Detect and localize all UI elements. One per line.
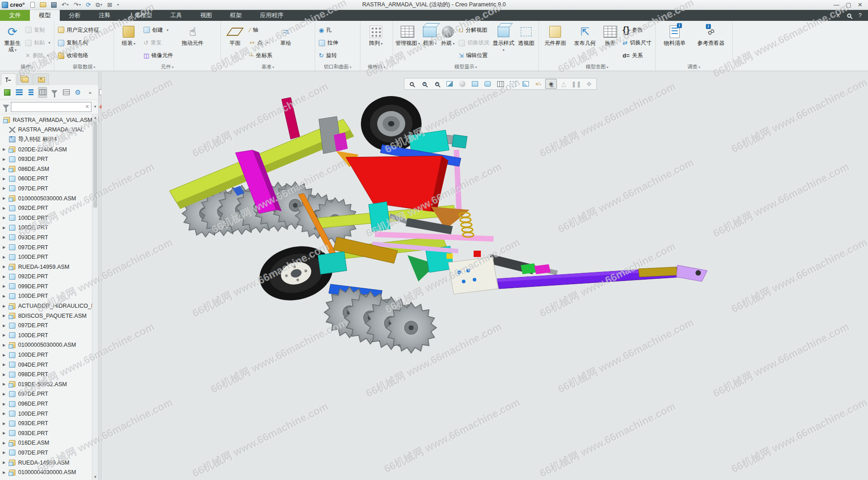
expand-arrow-icon[interactable]: ▶ <box>3 353 9 357</box>
publish-geometry-button[interactable]: ⇱ 发布几何 <box>571 22 599 63</box>
tree-scrollbar[interactable]: ▲ ▼ <box>92 114 98 480</box>
parameters-button[interactable]: {}参数 <box>621 25 653 35</box>
group-label-components[interactable]: 元件 <box>114 63 221 71</box>
expand-arrow-icon[interactable]: ▶ <box>3 441 9 445</box>
tree-item[interactable]: ▶086DE.ASM <box>0 164 98 174</box>
graphics-area[interactable]: + − ×⁄₊ ◉̲ △ ❚❚ ✥ <box>101 72 868 480</box>
shading-button[interactable] <box>456 79 468 89</box>
group-label-modifiers[interactable]: 修饰符 <box>360 63 393 71</box>
tab-tools[interactable]: 工具 <box>161 10 191 21</box>
expand-arrow-icon[interactable]: ▶ <box>3 294 9 298</box>
zoom-out-button[interactable]: − <box>431 79 443 89</box>
close-button[interactable]: ✕ <box>858 2 863 8</box>
tree-more-button[interactable]: » <box>85 87 94 98</box>
section-button[interactable]: 截面 <box>422 22 438 63</box>
family-table-button[interactable]: 族表 <box>600 22 620 63</box>
pattern-button[interactable]: 阵列 <box>363 22 389 63</box>
expand-arrow-icon[interactable]: ▶ <box>3 216 9 220</box>
refit-button[interactable] <box>406 79 417 89</box>
tree-item[interactable]: ▶100DE.PRT <box>0 223 98 233</box>
hole-button[interactable]: ◉孔 <box>317 25 340 35</box>
tree-item[interactable]: ▶097DE.PRT <box>0 184 98 194</box>
expand-arrow-icon[interactable]: ▶ <box>3 147 9 151</box>
expand-levels-button[interactable] <box>14 87 24 98</box>
open-file-button[interactable] <box>39 1 47 9</box>
expand-arrow-icon[interactable]: ▶ <box>3 167 9 171</box>
tab-annotate[interactable]: 注释 <box>90 10 120 21</box>
mirror-component-button[interactable]: ◫镜像元件 <box>142 51 174 61</box>
relations-button[interactable]: d=关系 <box>621 51 653 61</box>
tree-search-input[interactable] <box>13 103 85 111</box>
expand-arrow-icon[interactable]: ▶ <box>3 226 9 230</box>
spin-center-button[interactable]: △ <box>558 79 570 89</box>
tree-filter-button[interactable] <box>50 87 59 98</box>
display-style-button[interactable]: 显示样式 <box>492 22 515 63</box>
plane-button[interactable]: 平面 <box>223 22 247 63</box>
maximize-button[interactable]: ▢ <box>846 2 851 8</box>
tree-item[interactable]: ▶092DE.PRT <box>0 272 98 282</box>
perspective-toggle-button[interactable] <box>507 79 519 89</box>
tree-item[interactable]: ▶019DE-50952.ASM <box>0 379 98 389</box>
expand-arrow-icon[interactable]: ▶ <box>3 177 9 181</box>
expand-arrow-icon[interactable]: ▶ <box>3 363 9 367</box>
pause-button[interactable]: ❚❚ <box>571 79 582 89</box>
expand-arrow-icon[interactable]: ▶ <box>3 333 9 337</box>
close-window-button[interactable]: ⊠ <box>106 1 113 9</box>
switch-state-button[interactable]: 切换状况 <box>457 38 490 48</box>
tree-item[interactable]: ▶100DE.PRT <box>0 409 98 419</box>
expand-arrow-icon[interactable]: ▶ <box>3 314 9 318</box>
view-manager-button[interactable] <box>494 79 506 89</box>
windows-dropdown-icon[interactable]: ▾ <box>101 3 102 7</box>
expand-arrow-icon[interactable]: ▶ <box>3 157 9 161</box>
udf-button[interactable]: 用户定义特征 <box>57 25 101 35</box>
explode-view-button[interactable]: ⊔分解视图 <box>457 25 490 35</box>
tree-item[interactable]: RASTRA_ARMADA_VIAL.ASM <box>0 115 98 125</box>
sketch-button[interactable]: ≈ 草绘 <box>275 22 297 63</box>
tree-item[interactable]: ▶01000005030000.ASM <box>0 340 98 350</box>
expand-arrow-icon[interactable]: ▶ <box>3 235 9 239</box>
expand-arrow-icon[interactable]: ▶ <box>3 402 9 406</box>
redo-button[interactable]: ↷▾ <box>73 1 82 9</box>
collapse-ribbon-icon[interactable]: ∧ <box>836 12 840 19</box>
tree-item[interactable]: ▶100DE.PRT <box>0 330 98 340</box>
expand-arrow-icon[interactable]: ▶ <box>3 412 9 416</box>
expand-arrow-icon[interactable]: ▶ <box>3 186 9 190</box>
tree-settings-button[interactable]: ⚙ <box>73 87 82 98</box>
redo-dropdown-icon[interactable]: ▾ <box>79 3 81 7</box>
manage-views-button[interactable]: 管理视图 <box>395 22 420 63</box>
expand-arrow-icon[interactable]: ▶ <box>3 196 9 200</box>
tree-model-button[interactable] <box>3 87 12 98</box>
tree-item[interactable]: ▶092DE.PRT <box>0 203 98 213</box>
edit-position-button[interactable]: ⇲编辑位置 <box>457 51 490 61</box>
repeat-button[interactable]: ↺重复 <box>142 38 174 48</box>
tree-item[interactable]: ▶100DE.PRT <box>0 252 98 262</box>
tree-item[interactable]: ▶098DE.PRT <box>0 369 98 379</box>
expand-arrow-icon[interactable]: ▶ <box>3 343 9 347</box>
extrude-button[interactable]: 拉伸 <box>317 38 340 48</box>
regenerate-quick-button[interactable]: ⟳ <box>85 1 92 9</box>
tree-item[interactable]: ▶093DE.PRT <box>0 418 98 428</box>
group-label-operations[interactable]: 操作 <box>0 63 54 71</box>
tree-item[interactable]: ▶导入特征 标识4 <box>0 135 98 145</box>
expand-arrow-icon[interactable]: ▶ <box>3 304 9 308</box>
component-interface-button[interactable]: 元件界面 <box>541 22 570 63</box>
tree-item[interactable]: ▶093DE.PRT <box>0 428 98 438</box>
bom-button[interactable]: i 物料清单 <box>658 22 691 63</box>
expand-arrow-icon[interactable]: ▶ <box>3 382 9 386</box>
minimize-button[interactable]: — <box>834 2 839 8</box>
command-search-icon[interactable] <box>847 14 851 18</box>
repaint-button[interactable] <box>444 79 456 89</box>
tree-item[interactable]: ▶016DE.ASM <box>0 438 98 448</box>
scroll-down-icon[interactable]: ▼ <box>92 474 98 480</box>
windows-button[interactable]: ⧉▾ <box>95 1 103 9</box>
point-button[interactable]: ××点 <box>248 38 273 48</box>
expand-arrow-icon[interactable]: ▶ <box>3 206 9 210</box>
revolve-button[interactable]: ↻旋转 <box>317 51 340 61</box>
3d-model-canvas[interactable] <box>101 72 868 480</box>
assemble-button[interactable]: 组装 <box>116 22 141 63</box>
tree-item[interactable]: ▶060DE.PRT <box>0 174 98 184</box>
undo-dropdown-icon[interactable]: ▾ <box>67 3 69 7</box>
expand-arrow-icon[interactable]: ▶ <box>3 461 9 465</box>
favorites-tab[interactable] <box>34 73 49 85</box>
tab-model[interactable]: 模型 <box>30 10 60 21</box>
